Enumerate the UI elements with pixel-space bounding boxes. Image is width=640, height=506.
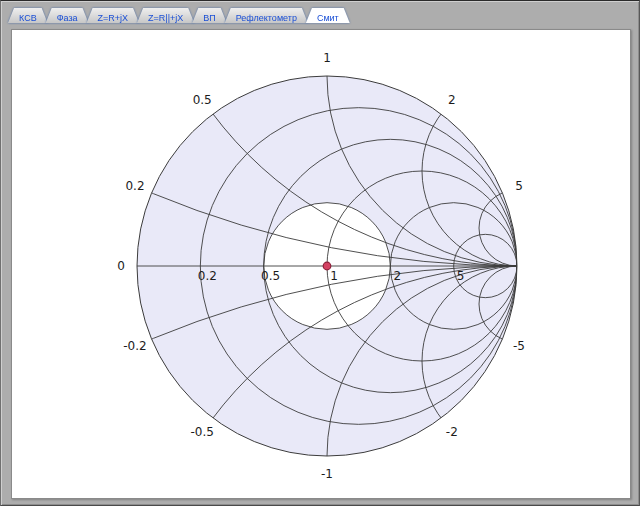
label-resistance: 5	[457, 269, 465, 283]
tab-z-parallel[interactable]: Z=R||+jX	[137, 8, 194, 23]
label-resistance: 2	[394, 269, 402, 283]
label-reactance-positive: 1	[323, 51, 331, 65]
chart-panel: 00.20.51250.2-0.20.5-0.51-12-25-5	[11, 29, 631, 499]
label-reactance-positive: 0.5	[193, 93, 212, 107]
tab-label: КСВ	[19, 13, 37, 23]
tab-label: Z=R+jX	[98, 13, 129, 23]
label-resistance: 0.2	[198, 269, 217, 283]
tab-label: Смит	[317, 13, 339, 23]
tab-shape: Z=R+jX	[87, 8, 140, 23]
tab-label: Рефлектометр	[236, 13, 297, 23]
tab-vp[interactable]: ВП	[192, 8, 226, 23]
marker-dot	[323, 262, 331, 270]
tab-label: ВП	[203, 13, 215, 23]
label-reactance-positive: 2	[448, 93, 456, 107]
tab-shape: КСВ	[8, 8, 48, 23]
label-resistance: 0.5	[261, 269, 280, 283]
label-reactance-positive: 5	[515, 179, 523, 193]
tab-shape: Z=R||+jX	[137, 8, 194, 23]
tab-bar: КСВФазаZ=R+jXZ=R||+jXВПРефлектометрСмит	[1, 1, 639, 23]
tab-swr[interactable]: КСВ	[8, 8, 48, 23]
tab-shape: ВП	[192, 8, 226, 23]
label-resistance: 1	[330, 269, 338, 283]
tab-shape: Смит	[306, 8, 350, 23]
tab-reflectometer[interactable]: Рефлектометр	[225, 8, 308, 23]
tab-phase[interactable]: Фаза	[46, 8, 89, 23]
label-reactance-negative: -5	[513, 339, 525, 353]
tab-label: Фаза	[57, 13, 78, 23]
label-r0: 0	[117, 259, 125, 273]
tab-z-series[interactable]: Z=R+jX	[87, 8, 140, 23]
app-window: КСВФазаZ=R+jXZ=R||+jXВПРефлектометрСмит …	[0, 0, 640, 506]
label-reactance-positive: 0.2	[125, 179, 144, 193]
tab-smith[interactable]: Смит	[306, 8, 350, 23]
tab-shape: Фаза	[46, 8, 89, 23]
label-reactance-negative: -1	[321, 467, 333, 481]
label-reactance-negative: -2	[446, 425, 458, 439]
label-reactance-negative: -0.2	[123, 339, 146, 353]
label-reactance-negative: -0.5	[190, 425, 213, 439]
smith-chart: 00.20.51250.2-0.20.5-0.51-12-25-5	[12, 30, 630, 498]
tab-shape: Рефлектометр	[225, 8, 308, 23]
tab-label: Z=R||+jX	[148, 13, 183, 23]
